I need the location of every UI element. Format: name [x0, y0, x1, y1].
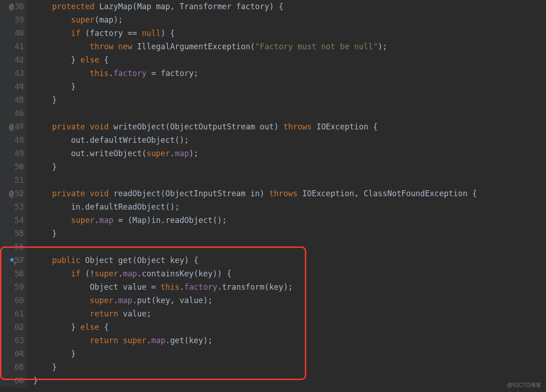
code-line[interactable]	[33, 174, 546, 187]
code-token: IOException {	[316, 122, 378, 131]
code-token: .	[118, 269, 123, 278]
fold-toggle-icon[interactable]	[19, 364, 23, 369]
code-token: writeObject(ObjectOutputStream out)	[113, 122, 283, 131]
code-token: }	[33, 82, 76, 91]
code-line[interactable]: return value;	[33, 307, 546, 321]
line-number: 45	[0, 94, 24, 107]
code-token: .	[113, 296, 118, 305]
code-token	[33, 336, 90, 345]
code-token	[33, 189, 52, 198]
code-line[interactable]: public Object get(Object key) {	[33, 254, 546, 267]
code-line[interactable]: super.map = (Map)in.readObject();	[33, 214, 546, 227]
code-token: .	[179, 282, 184, 292]
code-token: super	[123, 336, 146, 345]
code-token: (factory ==	[85, 29, 142, 38]
fold-toggle-icon[interactable]	[19, 97, 23, 101]
code-line[interactable]: }	[33, 94, 546, 107]
fold-toggle-icon[interactable]	[19, 57, 23, 61]
code-token: readObject(ObjectInputStream in)	[113, 189, 269, 198]
code-token	[33, 15, 71, 24]
gutter-annotation-icon: @	[9, 187, 14, 200]
code-line[interactable]: protected LazyMap(Map map, Transformer f…	[33, 0, 546, 13]
fold-toggle-icon[interactable]	[19, 351, 23, 355]
code-editor[interactable]: 38@394041424344454647@4849505152@5354555…	[0, 0, 546, 387]
code-token	[33, 2, 52, 11]
code-line[interactable]: this.factory = factory;	[33, 67, 546, 80]
code-line[interactable]: super.map.put(key, value);	[33, 294, 546, 307]
fold-toggle-icon[interactable]	[19, 378, 23, 382]
fold-toggle-icon[interactable]	[19, 124, 23, 128]
fold-toggle-icon[interactable]	[19, 231, 23, 235]
code-line[interactable]	[33, 240, 546, 254]
code-token: out.defaultWriteObject();	[33, 135, 189, 145]
code-token: return	[90, 336, 123, 345]
fold-toggle-icon[interactable]	[19, 164, 23, 168]
fold-toggle-icon[interactable]	[19, 84, 23, 88]
code-token	[33, 256, 52, 265]
code-line[interactable]	[33, 107, 546, 120]
code-token: }	[33, 376, 38, 385]
code-token: ) {	[160, 29, 175, 38]
line-number: 52@	[0, 187, 24, 200]
line-number: 64	[0, 347, 24, 361]
code-token: LazyMap(Map map, Transformer factory) {	[99, 2, 283, 11]
line-number: 63	[0, 334, 24, 347]
code-line[interactable]: if (factory == null) {	[33, 27, 546, 40]
code-token: in.defaultReadObject();	[33, 202, 179, 211]
code-line[interactable]: }	[33, 160, 546, 174]
code-token	[33, 29, 71, 38]
code-line[interactable]: }	[33, 227, 546, 240]
code-token	[33, 122, 52, 131]
fold-toggle-icon[interactable]	[19, 257, 23, 262]
code-line[interactable]: super(map);	[33, 13, 546, 27]
code-token: throws	[269, 189, 303, 198]
line-number: 40	[0, 27, 24, 40]
fold-toggle-icon[interactable]	[19, 271, 23, 275]
code-token: factory	[113, 69, 147, 78]
line-number: 42	[0, 53, 24, 67]
code-line[interactable]: if (!super.map.containsKey(key)) {	[33, 267, 546, 281]
line-number: 46	[0, 107, 24, 120]
code-token: IllegalArgumentException(	[137, 42, 255, 51]
code-token: );	[189, 149, 198, 158]
code-token: map	[151, 336, 166, 345]
code-token: map	[123, 269, 137, 278]
code-token: private void	[52, 189, 113, 198]
code-token: public	[52, 256, 85, 265]
code-token: }	[33, 349, 76, 358]
fold-toggle-icon[interactable]	[19, 30, 23, 35]
code-token	[33, 216, 71, 225]
code-line[interactable]: }	[33, 347, 546, 361]
code-token: = factory;	[147, 69, 199, 78]
code-token: factory	[184, 282, 218, 292]
code-line[interactable]: throw new IllegalArgumentException("Fact…	[33, 40, 546, 53]
code-line[interactable]: in.defaultReadObject();	[33, 200, 546, 214]
code-line[interactable]: private void writeObject(ObjectOutputStr…	[33, 120, 546, 134]
code-token: .	[109, 69, 113, 78]
code-token: .transform(key);	[217, 282, 293, 292]
fold-toggle-icon[interactable]	[19, 324, 23, 328]
fold-toggle-icon[interactable]	[19, 4, 23, 8]
code-line[interactable]: return super.map.get(key);	[33, 334, 546, 347]
code-line[interactable]: }	[33, 374, 546, 387]
code-token: }	[33, 55, 80, 64]
code-line[interactable]: out.defaultWriteObject();	[33, 134, 546, 147]
code-line[interactable]: } else {	[33, 53, 546, 67]
code-line[interactable]: } else {	[33, 321, 546, 334]
line-number: 51	[0, 174, 24, 187]
code-token: IOException, ClassNotFoundException {	[302, 189, 477, 198]
code-token: protected	[52, 2, 99, 11]
code-token	[33, 269, 71, 278]
code-area[interactable]: protected LazyMap(Map map, Transformer f…	[27, 0, 546, 387]
code-token: throws	[283, 122, 316, 131]
line-number: 50	[0, 160, 24, 174]
code-line[interactable]: out.writeObject(super.map);	[33, 147, 546, 160]
code-token: null	[142, 29, 160, 38]
line-number: 66	[0, 374, 24, 387]
code-line[interactable]: }	[33, 80, 546, 94]
fold-toggle-icon[interactable]	[19, 191, 23, 195]
code-token: (map);	[95, 15, 123, 24]
code-line[interactable]: private void readObject(ObjectInputStrea…	[33, 187, 546, 200]
code-line[interactable]: Object value = this.factory.transform(ke…	[33, 281, 546, 294]
code-line[interactable]: }	[33, 361, 546, 374]
